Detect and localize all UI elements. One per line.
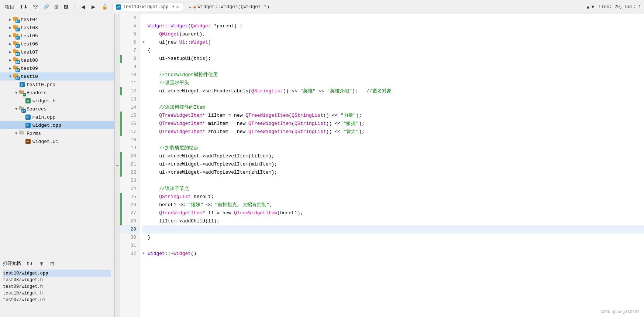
token: () << — [323, 112, 341, 120]
token: QStringList — [251, 87, 283, 95]
sidebar-item-test03[interactable]: ▶ Qt test03 — [0, 24, 114, 32]
sidebar-label-test08: test08 — [21, 58, 38, 63]
line-number-16: 16 — [120, 120, 139, 128]
bottom-list-item-3[interactable]: test10/widget.h — [3, 290, 111, 297]
sidebar-item-test06[interactable]: ▶ Qt test06 — [0, 40, 114, 48]
link-btn[interactable]: 🔗 — [41, 3, 51, 11]
token: //添加树控件的Item — [148, 103, 205, 112]
line-modified-marker — [120, 217, 122, 225]
bottom-panel: 打开文档 ⬆⬇ ⊞ ⊡ test10/widget.cpp test08/wid… — [0, 258, 114, 317]
sort-btn[interactable]: ⬆⬇ — [18, 3, 30, 11]
sidebar-label-widget-ui: widget.ui — [32, 139, 58, 144]
line-number-14: 14 — [120, 103, 139, 112]
token: { — [148, 47, 151, 55]
sidebar-item-main-cpp[interactable]: C+ main.cpp — [0, 113, 114, 121]
line-number-24: 24 — [120, 185, 139, 193]
code-line-15: QTreeWidgetItem* liItem = new QTreeWidge… — [142, 112, 644, 120]
bottom-list-item-4[interactable]: test07/widget.ui — [3, 297, 111, 303]
token: "英雄介绍" — [327, 87, 352, 95]
bottom-sort-btn[interactable]: ⬆⬇ — [24, 260, 35, 267]
line-info-dropdown[interactable]: ▲▼ — [584, 3, 597, 11]
token: "英雄" — [300, 87, 316, 95]
line-number-15: 15 — [120, 112, 139, 120]
token: QTreeWidgetItem — [159, 120, 202, 128]
token: QTreeWidgetItem — [248, 120, 292, 128]
sidebar-edge-handle[interactable]: ❮ — [114, 14, 120, 317]
empty-line — [148, 225, 151, 234]
token — [148, 209, 159, 217]
sidebar-item-test09[interactable]: ▶ Qt test09 — [0, 64, 114, 72]
fold-arrow-32[interactable]: ▼ — [142, 250, 148, 258]
line-modified-marker — [120, 152, 122, 160]
sidebar-item-widget-cpp[interactable]: C+ widget.cpp — [0, 121, 114, 129]
token: ) — [208, 38, 211, 47]
sidebar-item-forms[interactable]: ▼ Forms — [0, 129, 114, 137]
sidebar-item-test05[interactable]: ▶ Qt test05 — [0, 32, 114, 40]
empty-line — [148, 95, 151, 103]
tab-close-btn[interactable]: ✕ — [175, 4, 179, 10]
tree-toggle-test05: ▶ — [7, 33, 13, 39]
line-number-10: 10 — [120, 71, 139, 79]
breadcrumb-func: Widget::Widget(QWidget *) — [197, 4, 269, 10]
bottom-list-item-1[interactable]: test08/widget.h — [3, 277, 111, 283]
token: ui(new — [148, 38, 179, 47]
code-content[interactable]: Widget::Widget(QWidget *parent) : QWidge… — [140, 14, 644, 317]
sidebar-item-headers[interactable]: ▼ h Headers — [0, 89, 114, 97]
line-modified-marker — [120, 168, 122, 177]
code-line-3 — [142, 14, 644, 22]
tree-spacer-wh — [19, 98, 25, 104]
line-number-8: 8 — [120, 55, 139, 63]
token: *parent) : — [211, 22, 243, 30]
line-number-28: 28 — [120, 217, 139, 225]
code-line-9 — [142, 63, 644, 71]
image-btn[interactable]: 🖼 — [62, 3, 70, 11]
bottom-toolbar: 打开文档 ⬆⬇ ⊞ ⊡ — [0, 258, 114, 269]
token: ); — [352, 87, 366, 95]
nav-back-btn[interactable]: ◀ — [79, 3, 87, 11]
project-label-btn[interactable]: 项目 — [3, 3, 16, 11]
bottom-add-btn[interactable]: ⊞ — [38, 260, 45, 267]
bottom-list-item-0[interactable]: test10/widget.cpp — [3, 270, 111, 277]
line-modified-marker — [120, 120, 122, 128]
sidebar-item-widget-h[interactable]: h widget.h — [0, 97, 114, 105]
code-line-30: } — [142, 234, 644, 242]
code-line-25: QStringList heroL1; — [142, 193, 644, 201]
line-number-27: 27 — [120, 209, 139, 217]
bottom-close-btn[interactable]: ⊡ — [48, 260, 56, 267]
token: << — [203, 201, 215, 209]
tree-spacer-mc — [19, 114, 25, 120]
filter-btn[interactable] — [31, 3, 40, 11]
sidebar-item-test10-pro[interactable]: Qt test10.pro — [0, 81, 114, 89]
token: (heroL1); — [277, 209, 303, 217]
code-line-10: //treeWidget树控件使用 — [142, 71, 644, 79]
cpp-file-icon-main: C+ — [25, 114, 31, 120]
line-number-32: 32 — [120, 250, 139, 258]
bottom-list-item-2[interactable]: test09/widget.h — [3, 283, 111, 290]
add-btn[interactable]: ⊞ — [52, 3, 60, 11]
fold-arrow-6[interactable]: ▼ — [142, 38, 148, 47]
sidebar-item-widget-ui[interactable]: ui widget.ui — [0, 137, 114, 146]
sidebar-label-forms: Forms — [27, 131, 41, 136]
top-toolbar: 项目 ⬆⬇ 🔗 ⊞ 🖼 ◀ ▶ 🔓 C+ test10/widget.cpp ▼… — [0, 0, 644, 14]
token: * zhiItem = new — [202, 128, 248, 136]
toolbar-left: 项目 ⬆⬇ 🔗 ⊞ 🖼 — [3, 3, 70, 11]
token: //匿名对象 — [366, 87, 392, 95]
tab-dropdown-btn[interactable]: ▼ — [172, 5, 174, 9]
token: () << — [326, 128, 344, 136]
token: QStringList — [159, 193, 191, 201]
code-line-8: ui->setupUi(this); — [142, 55, 644, 63]
sidebar-tree: ▶ Qt test04 ▶ Qt test03 — [0, 14, 114, 258]
folder-icon-test05: Qt — [13, 33, 19, 39]
nav-forward-btn[interactable]: ▶ — [90, 3, 97, 11]
line-number-4: 4 — [120, 22, 139, 30]
code-line-14: //添加树控件的Item — [142, 103, 644, 112]
sidebar-item-sources[interactable]: ▼ C+ Sources — [0, 105, 114, 113]
line-number-3: 3 — [120, 14, 139, 22]
token: QTreeWidgetItem — [234, 209, 277, 217]
token: ui->treeWidget->addTopLevelItem(liItem); — [148, 152, 274, 160]
sidebar-item-test07[interactable]: ▶ Qt test07 — [0, 48, 114, 56]
sidebar-item-test10[interactable]: ▼ Qt test10 — [0, 72, 114, 81]
sidebar-item-test08[interactable]: ▶ Qt test08 — [0, 56, 114, 64]
lock-btn[interactable]: 🔓 — [100, 3, 110, 11]
sidebar-item-test04[interactable]: ▶ Qt test04 — [0, 16, 114, 24]
